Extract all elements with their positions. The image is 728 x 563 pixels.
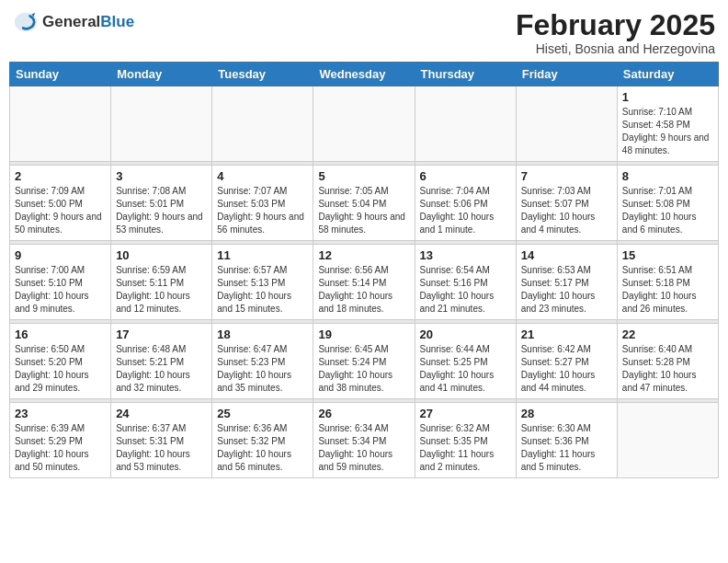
calendar-cell-w4-d7: 22Sunrise: 6:40 AM Sunset: 5:28 PM Dayli…: [617, 324, 718, 399]
col-friday: Friday: [516, 63, 617, 86]
day-number: 11: [217, 248, 308, 262]
day-info: Sunrise: 6:50 AM Sunset: 5:20 PM Dayligh…: [15, 343, 106, 395]
calendar-cell-w1-d6: [516, 86, 617, 162]
calendar-cell-w4-d4: 19Sunrise: 6:45 AM Sunset: 5:24 PM Dayli…: [313, 324, 415, 399]
day-info: Sunrise: 7:00 AM Sunset: 5:10 PM Dayligh…: [15, 264, 106, 316]
day-number: 16: [15, 327, 106, 341]
day-number: 13: [420, 248, 511, 262]
day-number: 24: [116, 407, 207, 420]
day-info: Sunrise: 7:04 AM Sunset: 5:06 PM Dayligh…: [420, 185, 511, 236]
calendar-week-3: 9Sunrise: 7:00 AM Sunset: 5:10 PM Daylig…: [10, 245, 719, 320]
day-info: Sunrise: 6:59 AM Sunset: 5:11 PM Dayligh…: [116, 264, 207, 316]
calendar-cell-w1-d4: [313, 86, 415, 162]
day-number: 22: [622, 327, 713, 341]
calendar-cell-w2-d3: 4Sunrise: 7:07 AM Sunset: 5:03 PM Daylig…: [212, 166, 313, 241]
day-number: 9: [15, 248, 106, 262]
day-number: 6: [420, 169, 511, 183]
calendar-cell-w2-d7: 8Sunrise: 7:01 AM Sunset: 5:08 PM Daylig…: [617, 166, 718, 241]
day-info: Sunrise: 6:44 AM Sunset: 5:25 PM Dayligh…: [420, 343, 511, 395]
day-number: 20: [420, 327, 511, 341]
day-info: Sunrise: 7:09 AM Sunset: 5:00 PM Dayligh…: [15, 185, 106, 236]
calendar-cell-w5-d1: 23Sunrise: 6:39 AM Sunset: 5:29 PM Dayli…: [10, 403, 111, 478]
day-number: 26: [318, 407, 409, 420]
calendar-cell-w4-d1: 16Sunrise: 6:50 AM Sunset: 5:20 PM Dayli…: [10, 324, 111, 399]
day-info: Sunrise: 6:36 AM Sunset: 5:32 PM Dayligh…: [217, 422, 308, 474]
day-info: Sunrise: 6:30 AM Sunset: 5:36 PM Dayligh…: [521, 422, 612, 474]
day-info: Sunrise: 7:01 AM Sunset: 5:08 PM Dayligh…: [622, 185, 713, 236]
day-number: 8: [622, 169, 713, 183]
day-info: Sunrise: 6:54 AM Sunset: 5:16 PM Dayligh…: [420, 264, 511, 316]
day-number: 25: [217, 407, 308, 420]
day-number: 18: [217, 327, 308, 341]
calendar-cell-w3-d5: 13Sunrise: 6:54 AM Sunset: 5:16 PM Dayli…: [415, 245, 516, 320]
day-info: Sunrise: 6:34 AM Sunset: 5:34 PM Dayligh…: [318, 422, 409, 474]
day-info: Sunrise: 6:32 AM Sunset: 5:35 PM Dayligh…: [420, 422, 511, 474]
location-subtitle: Hiseti, Bosnia and Herzegovina: [516, 41, 715, 56]
calendar-cell-w3-d7: 15Sunrise: 6:51 AM Sunset: 5:18 PM Dayli…: [617, 245, 718, 320]
day-number: 10: [116, 248, 207, 262]
day-info: Sunrise: 6:42 AM Sunset: 5:27 PM Dayligh…: [521, 343, 612, 395]
logo: GeneralBlue: [13, 9, 134, 35]
day-info: Sunrise: 6:37 AM Sunset: 5:31 PM Dayligh…: [116, 422, 207, 474]
day-info: Sunrise: 6:57 AM Sunset: 5:13 PM Dayligh…: [217, 264, 308, 316]
day-number: 15: [622, 248, 713, 262]
col-sunday: Sunday: [10, 63, 111, 86]
calendar-cell-w5-d4: 26Sunrise: 6:34 AM Sunset: 5:34 PM Dayli…: [313, 403, 415, 478]
logo-icon: [13, 9, 39, 35]
day-info: Sunrise: 6:51 AM Sunset: 5:18 PM Dayligh…: [622, 264, 713, 316]
logo-blue: Blue: [100, 13, 134, 30]
calendar-cell-w2-d2: 3Sunrise: 7:08 AM Sunset: 5:01 PM Daylig…: [111, 166, 212, 241]
day-info: Sunrise: 6:45 AM Sunset: 5:24 PM Dayligh…: [318, 343, 409, 395]
calendar-table: Sunday Monday Tuesday Wednesday Thursday…: [9, 62, 719, 478]
day-info: Sunrise: 6:48 AM Sunset: 5:21 PM Dayligh…: [116, 343, 207, 395]
day-info: Sunrise: 6:39 AM Sunset: 5:29 PM Dayligh…: [15, 422, 106, 474]
day-info: Sunrise: 6:56 AM Sunset: 5:14 PM Dayligh…: [318, 264, 409, 316]
calendar-cell-w1-d2: [111, 86, 212, 162]
calendar-cell-w4-d6: 21Sunrise: 6:42 AM Sunset: 5:27 PM Dayli…: [516, 324, 617, 399]
calendar-cell-w5-d3: 25Sunrise: 6:36 AM Sunset: 5:32 PM Dayli…: [212, 403, 313, 478]
calendar-cell-w4-d5: 20Sunrise: 6:44 AM Sunset: 5:25 PM Dayli…: [415, 324, 516, 399]
calendar-cell-w3-d1: 9Sunrise: 7:00 AM Sunset: 5:10 PM Daylig…: [10, 245, 111, 320]
day-number: 7: [521, 169, 612, 183]
col-wednesday: Wednesday: [313, 63, 415, 86]
logo-general: General: [42, 13, 100, 30]
calendar-cell-w2-d4: 5Sunrise: 7:05 AM Sunset: 5:04 PM Daylig…: [313, 166, 415, 241]
calendar-cell-w5-d6: 28Sunrise: 6:30 AM Sunset: 5:36 PM Dayli…: [516, 403, 617, 478]
calendar-cell-w2-d5: 6Sunrise: 7:04 AM Sunset: 5:06 PM Daylig…: [415, 166, 516, 241]
day-info: Sunrise: 7:07 AM Sunset: 5:03 PM Dayligh…: [217, 185, 308, 236]
calendar-cell-w3-d3: 11Sunrise: 6:57 AM Sunset: 5:13 PM Dayli…: [212, 245, 313, 320]
day-number: 3: [116, 169, 207, 183]
calendar-cell-w3-d6: 14Sunrise: 6:53 AM Sunset: 5:17 PM Dayli…: [516, 245, 617, 320]
calendar-cell-w5-d5: 27Sunrise: 6:32 AM Sunset: 5:35 PM Dayli…: [415, 403, 516, 478]
day-number: 19: [318, 327, 409, 341]
calendar-cell-w1-d3: [212, 86, 313, 162]
calendar-week-4: 16Sunrise: 6:50 AM Sunset: 5:20 PM Dayli…: [10, 324, 719, 399]
calendar-cell-w5-d2: 24Sunrise: 6:37 AM Sunset: 5:31 PM Dayli…: [111, 403, 212, 478]
calendar-cell-w1-d5: [415, 86, 516, 162]
day-number: 23: [15, 407, 106, 420]
calendar-week-1: 1Sunrise: 7:10 AM Sunset: 4:58 PM Daylig…: [10, 86, 719, 162]
day-info: Sunrise: 6:47 AM Sunset: 5:23 PM Dayligh…: [217, 343, 308, 395]
day-number: 4: [217, 169, 308, 183]
calendar-week-2: 2Sunrise: 7:09 AM Sunset: 5:00 PM Daylig…: [10, 166, 719, 241]
calendar-cell-w4-d3: 18Sunrise: 6:47 AM Sunset: 5:23 PM Dayli…: [212, 324, 313, 399]
day-number: 5: [318, 169, 409, 183]
col-monday: Monday: [111, 63, 212, 86]
col-thursday: Thursday: [415, 63, 516, 86]
calendar-week-5: 23Sunrise: 6:39 AM Sunset: 5:29 PM Dayli…: [10, 403, 719, 478]
calendar-cell-w3-d4: 12Sunrise: 6:56 AM Sunset: 5:14 PM Dayli…: [313, 245, 415, 320]
calendar-header-row: Sunday Monday Tuesday Wednesday Thursday…: [10, 63, 719, 86]
day-number: 28: [521, 407, 612, 420]
calendar-cell-w4-d2: 17Sunrise: 6:48 AM Sunset: 5:21 PM Dayli…: [111, 324, 212, 399]
day-info: Sunrise: 7:03 AM Sunset: 5:07 PM Dayligh…: [521, 185, 612, 236]
col-tuesday: Tuesday: [212, 63, 313, 86]
calendar-cell-w2-d1: 2Sunrise: 7:09 AM Sunset: 5:00 PM Daylig…: [10, 166, 111, 241]
month-title: February 2025: [516, 9, 715, 41]
day-info: Sunrise: 7:08 AM Sunset: 5:01 PM Dayligh…: [116, 185, 207, 236]
col-saturday: Saturday: [617, 63, 718, 86]
calendar-cell-w3-d2: 10Sunrise: 6:59 AM Sunset: 5:11 PM Dayli…: [111, 245, 212, 320]
calendar-cell-w1-d7: 1Sunrise: 7:10 AM Sunset: 4:58 PM Daylig…: [617, 86, 718, 162]
day-info: Sunrise: 7:05 AM Sunset: 5:04 PM Dayligh…: [318, 185, 409, 236]
calendar-cell-w5-d7: [617, 403, 718, 478]
day-number: 21: [521, 327, 612, 341]
